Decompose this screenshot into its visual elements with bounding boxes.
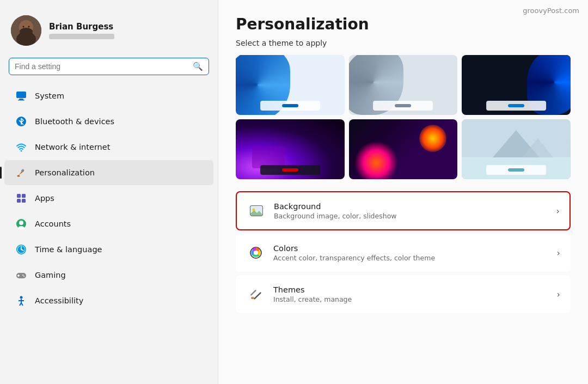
sidebar: Brian Burgess 🔍 System bbox=[0, 0, 218, 384]
sidebar-item-system[interactable]: System bbox=[4, 83, 213, 108]
colors-title: Colors bbox=[273, 244, 553, 253]
search-icon: 🔍 bbox=[193, 62, 203, 71]
settings-item-colors[interactable]: Colors Accent color, transparency effect… bbox=[236, 234, 571, 272]
themes-title: Themes bbox=[273, 285, 553, 294]
theme-6-taskbar bbox=[486, 165, 546, 175]
svg-point-29 bbox=[20, 296, 23, 299]
svg-point-27 bbox=[22, 275, 23, 276]
svg-rect-8 bbox=[18, 100, 24, 101]
svg-point-12 bbox=[17, 175, 20, 177]
monitor-icon bbox=[15, 90, 27, 102]
page-title: Personalization bbox=[236, 15, 571, 33]
background-icon bbox=[247, 201, 266, 221]
svg-point-46 bbox=[251, 297, 254, 299]
sidebar-item-system-label: System bbox=[35, 92, 64, 100]
sidebar-item-time[interactable]: Time & language bbox=[4, 237, 213, 262]
svg-rect-15 bbox=[17, 199, 21, 203]
theme-card-1[interactable] bbox=[236, 55, 345, 115]
clock-icon bbox=[15, 243, 27, 255]
profile-name: Brian Burgess bbox=[49, 22, 114, 32]
colors-desc: Accent color, transparency effects, colo… bbox=[273, 254, 553, 262]
svg-rect-44 bbox=[254, 292, 261, 300]
colors-icon bbox=[246, 243, 266, 263]
sidebar-item-personalization-label: Personalization bbox=[35, 168, 95, 177]
theme-card-3[interactable] bbox=[462, 55, 571, 115]
background-desc: Background image, color, slideshow bbox=[274, 212, 552, 220]
sidebar-item-apps[interactable]: Apps bbox=[4, 186, 213, 211]
sidebar-item-network[interactable]: Network & internet bbox=[4, 135, 213, 160]
apps-icon bbox=[15, 192, 27, 204]
user-icon bbox=[15, 218, 27, 230]
svg-point-28 bbox=[23, 276, 24, 277]
theme-1-taskbar bbox=[260, 101, 320, 111]
svg-point-18 bbox=[19, 221, 23, 225]
watermark-text: groovyPost.com bbox=[523, 7, 579, 15]
themes-grid bbox=[236, 55, 571, 179]
theme-2-taskbar bbox=[373, 101, 433, 111]
app-container: Brian Burgess 🔍 System bbox=[0, 0, 588, 384]
sidebar-item-accounts-label: Accounts bbox=[35, 220, 71, 228]
search-box[interactable]: 🔍 bbox=[9, 58, 209, 75]
svg-point-5 bbox=[28, 26, 30, 28]
svg-rect-45 bbox=[250, 290, 257, 296]
svg-point-3 bbox=[20, 28, 33, 35]
svg-point-4 bbox=[23, 26, 24, 28]
sidebar-item-gaming[interactable]: Gaming bbox=[4, 263, 213, 288]
background-chevron-icon: › bbox=[556, 206, 560, 216]
theme-3-taskbar bbox=[486, 101, 546, 111]
colors-item-text: Colors Accent color, transparency effect… bbox=[273, 244, 553, 262]
svg-point-43 bbox=[254, 251, 258, 255]
bluetooth-icon bbox=[15, 115, 27, 127]
profile-info: Brian Burgess bbox=[49, 22, 114, 39]
theme-card-2[interactable] bbox=[349, 55, 458, 115]
theme-4-taskbar bbox=[260, 165, 320, 175]
colors-chevron-icon: › bbox=[557, 248, 560, 258]
theme-card-6[interactable] bbox=[462, 119, 571, 179]
sidebar-item-personalization[interactable]: Personalization bbox=[4, 160, 213, 185]
background-item-text: Background Background image, color, slid… bbox=[274, 202, 552, 220]
sidebar-item-accessibility[interactable]: Accessibility bbox=[4, 288, 213, 313]
settings-item-background[interactable]: Background Background image, color, slid… bbox=[236, 191, 571, 230]
svg-rect-14 bbox=[22, 194, 26, 198]
sidebar-item-network-label: Network & internet bbox=[35, 143, 110, 151]
themes-icon bbox=[246, 284, 266, 304]
svg-point-10 bbox=[21, 150, 22, 152]
sidebar-item-accessibility-label: Accessibility bbox=[35, 296, 83, 305]
svg-line-33 bbox=[21, 303, 23, 306]
theme-card-5[interactable] bbox=[349, 119, 458, 179]
settings-list: Background Background image, color, slid… bbox=[236, 191, 571, 313]
main-content: Personalization Select a theme to apply bbox=[218, 0, 588, 384]
profile-section: Brian Burgess bbox=[0, 0, 218, 56]
svg-rect-6 bbox=[16, 92, 26, 98]
themes-desc: Install, create, manage bbox=[273, 295, 553, 303]
avatar bbox=[11, 15, 41, 46]
sidebar-item-gaming-label: Gaming bbox=[35, 271, 66, 279]
gamepad-icon bbox=[15, 269, 27, 281]
profile-email-bar bbox=[49, 34, 114, 39]
sidebar-item-accounts[interactable]: Accounts bbox=[4, 211, 213, 236]
settings-item-themes[interactable]: Themes Install, create, manage › bbox=[236, 275, 571, 313]
sidebar-item-bluetooth[interactable]: Bluetooth & devices bbox=[4, 109, 213, 134]
svg-rect-13 bbox=[17, 194, 21, 198]
svg-rect-7 bbox=[19, 99, 23, 100]
sidebar-item-apps-label: Apps bbox=[35, 194, 54, 203]
themes-chevron-icon: › bbox=[557, 289, 560, 300]
theme-card-4[interactable] bbox=[236, 119, 345, 179]
wifi-icon bbox=[15, 141, 27, 153]
accessibility-icon bbox=[15, 295, 27, 307]
brush-icon bbox=[15, 167, 27, 179]
themes-item-text: Themes Install, create, manage bbox=[273, 285, 553, 303]
sidebar-item-bluetooth-label: Bluetooth & devices bbox=[35, 117, 114, 126]
svg-rect-16 bbox=[22, 199, 26, 203]
sidebar-item-time-label: Time & language bbox=[35, 245, 102, 254]
svg-rect-26 bbox=[17, 275, 20, 276]
search-input[interactable] bbox=[15, 62, 188, 71]
nav-list: System Bluetooth & devices bbox=[0, 83, 218, 384]
background-title: Background bbox=[274, 202, 552, 211]
theme-section-label: Select a theme to apply bbox=[236, 39, 571, 47]
